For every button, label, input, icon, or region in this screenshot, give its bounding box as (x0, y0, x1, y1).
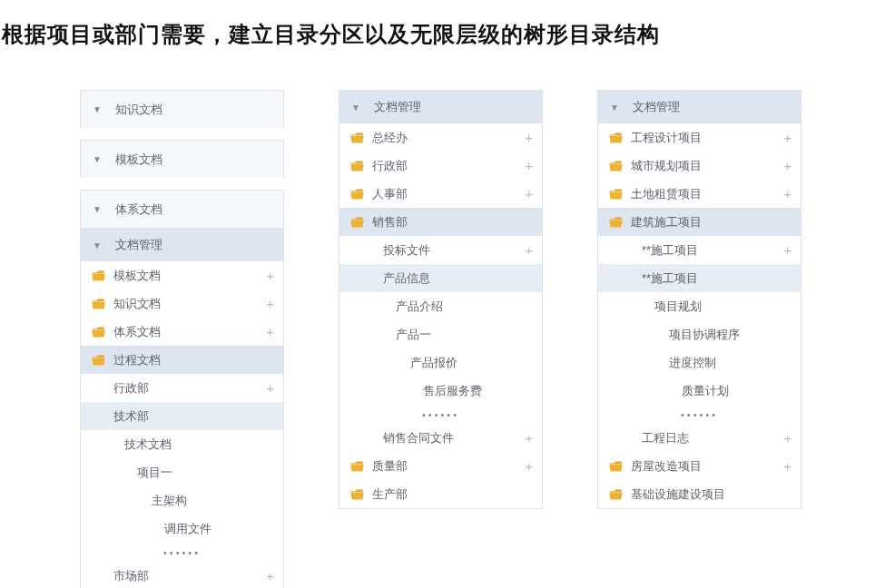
tree-item[interactable]: 进度控制 (598, 348, 801, 377)
tree-item[interactable]: **施工项目 (598, 264, 801, 292)
tree-item[interactable]: 建筑施工项目 (598, 208, 801, 236)
tree-item[interactable]: 调用文件 (81, 514, 283, 543)
tree-item-label: 产品信息 (383, 270, 430, 287)
tree-item[interactable]: 项目规划 (598, 292, 801, 320)
plus-icon[interactable]: + (783, 242, 792, 258)
tree-section[interactable]: ▼模板文档 (80, 140, 284, 178)
tree-item-label: 进度控制 (669, 355, 716, 371)
tree-item[interactable]: 模板文档+ (81, 261, 283, 289)
tree-item[interactable]: 行政部+ (81, 374, 283, 402)
tree-header-label: 文档管理 (374, 99, 421, 115)
tree-item-label: 生产部 (372, 486, 408, 503)
tree-item[interactable]: 基础设施建设项目 (598, 480, 801, 508)
tree-item-label: 项目协调程序 (669, 327, 740, 343)
tree-item[interactable]: 技术部 (81, 402, 283, 430)
tree-item[interactable]: 售后服务费 (339, 377, 542, 405)
plus-icon[interactable]: + (266, 268, 274, 283)
plus-icon[interactable]: + (783, 458, 792, 474)
tree-item-label: **施工项目 (642, 270, 698, 287)
tree-item-label: 工程日志 (642, 430, 689, 446)
caret-icon: ▼ (610, 103, 619, 113)
plus-icon[interactable]: + (525, 158, 533, 173)
tree-item-label: 知识文档 (113, 296, 161, 312)
tree-item[interactable]: 产品报价 (339, 348, 542, 377)
folder-icon (350, 489, 364, 500)
tree-item-label: 质量部 (372, 458, 408, 475)
tree-item[interactable]: 体系文档+ (81, 318, 283, 346)
tree-item[interactable]: 房屋改造项目+ (598, 452, 801, 480)
tree-section[interactable]: ▼体系文档 (80, 190, 284, 228)
plus-icon[interactable]: + (783, 186, 792, 201)
caret-icon: ▼ (93, 104, 102, 114)
tree-item[interactable]: 产品信息 (339, 264, 542, 292)
tree-item[interactable]: 销售部 (339, 208, 542, 236)
tree-item[interactable]: 市场部+ (81, 562, 283, 588)
tree-item[interactable]: 人事部+ (339, 180, 542, 208)
tree-item[interactable]: 项目协调程序 (598, 320, 801, 348)
ellipsis: •••••• (339, 405, 542, 424)
tree-item-label: 过程文档 (113, 352, 161, 368)
tree-item-label: 产品一 (396, 327, 431, 343)
tree-item-label: 总经办 (372, 130, 408, 146)
tree-item-label: 项目一 (137, 465, 172, 481)
tree-item[interactable]: 过程文档 (81, 346, 283, 374)
plus-icon[interactable]: + (266, 296, 274, 311)
tree-item-label: 投标文件 (383, 242, 430, 259)
folder-icon (609, 217, 623, 228)
tree-item[interactable]: 项目一 (81, 458, 283, 486)
tree-item-label: 工程设计项目 (631, 130, 702, 146)
folder-icon (350, 161, 364, 172)
tree-section[interactable]: ▼知识文档 (80, 90, 284, 128)
tree-item[interactable]: 产品介绍 (339, 292, 542, 320)
tree-item-label: 销售合同文件 (383, 430, 454, 446)
tree-item[interactable]: 总经办+ (339, 123, 542, 152)
panel-mid: ▼文档管理总经办+行政部+人事部+销售部投标文件+产品信息产品介绍产品一产品报价… (339, 90, 543, 509)
plus-icon[interactable]: + (525, 130, 533, 145)
plus-icon[interactable]: + (783, 158, 792, 173)
tree-item[interactable]: 质量部+ (339, 452, 542, 480)
tree-item[interactable]: 质量计划 (598, 377, 801, 405)
tree-item[interactable]: 土地租赁项目+ (598, 180, 801, 208)
tree-item[interactable]: 销售合同文件+ (339, 424, 542, 452)
plus-icon[interactable]: + (783, 430, 792, 446)
tree-item[interactable]: 工程设计项目+ (598, 123, 801, 152)
tree-item[interactable]: 投标文件+ (339, 236, 542, 264)
tree-section-label: 知识文档 (115, 102, 162, 118)
tree-item-label: 房屋改造项目 (631, 458, 702, 475)
tree-item[interactable]: 城市规划项目+ (598, 152, 801, 180)
tree-item[interactable]: 主架构 (81, 486, 283, 514)
plus-icon[interactable]: + (266, 568, 274, 583)
folder-icon (92, 270, 105, 281)
tree-item[interactable]: 行政部+ (339, 152, 542, 180)
plus-icon[interactable]: + (525, 430, 533, 446)
folder-icon (350, 189, 364, 200)
tree-section-label: 体系文档 (115, 201, 162, 218)
folder-icon (92, 327, 105, 338)
tree-item-label: 市场部 (113, 568, 149, 584)
tree-item-label: 技术部 (113, 408, 149, 425)
plus-icon[interactable]: + (783, 130, 792, 145)
tree-item[interactable]: 工程日志+ (598, 424, 801, 452)
tree-item[interactable]: 产品一 (339, 320, 542, 348)
folder-icon (609, 461, 623, 472)
panel-left: ▼知识文档▼模板文档▼体系文档 ▼文档管理模板文档+知识文档+体系文档+过程文档… (80, 90, 284, 588)
tree-item[interactable]: 技术文档 (81, 430, 283, 458)
tree-header[interactable]: ▼文档管理 (598, 91, 801, 123)
tree-item[interactable]: **施工项目+ (598, 236, 801, 264)
tree-item-label: 模板文档 (113, 268, 161, 284)
plus-icon[interactable]: + (525, 242, 533, 258)
folder-icon (350, 217, 364, 228)
tree-item[interactable]: 生产部 (339, 480, 542, 508)
plus-icon[interactable]: + (525, 186, 533, 201)
plus-icon[interactable]: + (525, 458, 533, 474)
tree-header[interactable]: ▼文档管理 (339, 91, 542, 123)
folder-icon (609, 132, 623, 143)
cap-group: ▼知识文档▼模板文档▼体系文档 (80, 90, 284, 228)
plus-icon[interactable]: + (266, 324, 274, 339)
tree-item[interactable]: 知识文档+ (81, 289, 283, 318)
plus-icon[interactable]: + (266, 380, 274, 396)
caret-icon: ▼ (93, 240, 102, 250)
tree-header[interactable]: ▼文档管理 (81, 229, 283, 261)
folder-icon (609, 189, 623, 200)
tree-section-label: 模板文档 (115, 152, 162, 168)
